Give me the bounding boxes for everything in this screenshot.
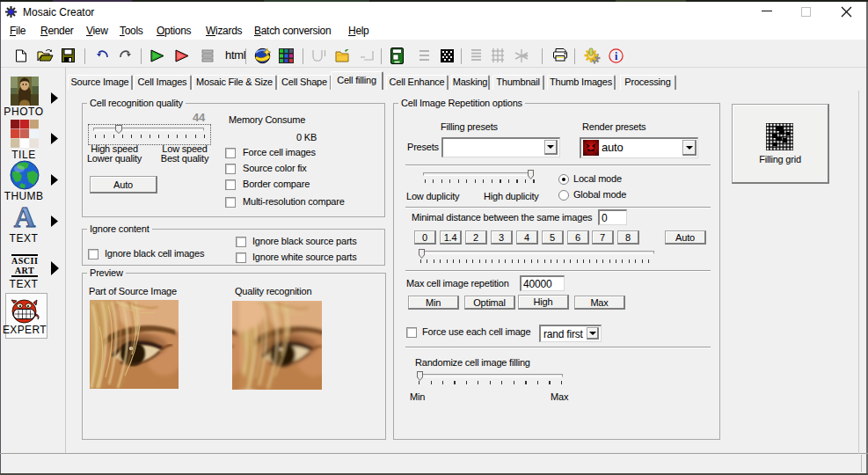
svg-text:A: A <box>14 201 36 230</box>
svg-text:i: i <box>615 50 618 62</box>
